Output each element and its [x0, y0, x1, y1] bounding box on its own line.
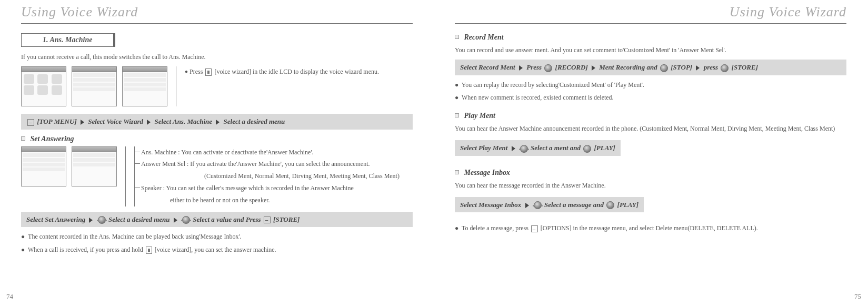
step1-p1: [TOP MENU]: [37, 117, 76, 125]
vertical-divider: [176, 66, 176, 106]
step-bar-record: Select Record Ment Press [RECORD] Ment R…: [455, 60, 846, 75]
square-bullet-icon: [455, 113, 459, 117]
arrow-icon: [592, 65, 595, 71]
stepR-p2b: [RECORD]: [555, 63, 588, 71]
lcd-thumb-menu2: [122, 66, 167, 106]
stepR-p3: Ment Recording and: [599, 63, 659, 71]
record-bullet-1: ● You can replay the record by selecting…: [455, 80, 846, 90]
arrow-icon: [147, 120, 151, 125]
inbox-bul-post: [OPTIONS] in the message menu, and selec…: [541, 224, 758, 232]
subheading-play-ment: Play Ment: [455, 112, 846, 120]
nav-key-icon: [520, 145, 528, 153]
lcd-thumb-set1: [21, 146, 66, 186]
set-answering-block: Ans. Machine : You can activate or deact…: [21, 146, 413, 206]
section-tab-ans-machine: 1. Ans. Machine: [21, 33, 115, 47]
ok-key-icon: [606, 201, 614, 209]
vertical-divider: [125, 146, 126, 206]
inbox-bullet: ● To delete a message, press [OPTIONS] i…: [455, 223, 846, 233]
press-note-post: [voice wizard] in the idle LCD to displa…: [214, 68, 379, 75]
square-bullet-icon: [455, 170, 459, 174]
stepP-p1: Select Play Ment: [460, 144, 507, 152]
press-note: ● Press [voice wizard] in the idle LCD t…: [185, 66, 379, 78]
subheading-text: Play Ment: [464, 112, 496, 120]
step1-p4: Select a desired menu: [224, 117, 285, 125]
arrow-icon: [174, 218, 177, 223]
bullet-content-1-text: The content recorded in the Ans. Machine…: [28, 233, 242, 240]
step2-p1: Select Set Answering: [26, 215, 85, 223]
page-number-left: 74: [6, 292, 13, 301]
record-bullet-2: ● When new comment is recored, existed c…: [455, 92, 846, 103]
stepR-p1: Select Record Ment: [460, 63, 515, 71]
nav-key-icon: [98, 216, 106, 224]
arrow-icon: [696, 65, 700, 71]
menu-key-icon: [27, 119, 34, 126]
step1-p2: Select Voice Wizard: [88, 117, 143, 125]
ok-key-icon: [721, 64, 729, 72]
record-bullet-2-text: When new comment is recored, existed com…: [462, 94, 614, 101]
stepP-p2b: [PLAY]: [594, 144, 615, 152]
tree-item-speaker-detail: either to be heard or not on the speaker…: [141, 194, 400, 206]
arrow-icon: [519, 65, 523, 71]
lcd-thumb-set2: [72, 146, 117, 186]
ok-key-icon: [583, 145, 591, 153]
step2-p3b: [STORE]: [273, 215, 300, 223]
square-bullet-icon: [455, 35, 459, 39]
stepI-p2b: [PLAY]: [617, 201, 638, 209]
play-desc: You can hear the Answer Machine announce…: [455, 123, 846, 134]
stepR-p3b: [STOP]: [671, 63, 692, 71]
stepR-p4: press: [704, 63, 720, 71]
subheading-text: Record Ment: [464, 33, 504, 41]
arrow-icon: [89, 218, 93, 223]
step2-p3: Select a value and Press: [193, 215, 263, 223]
voice-wizard-key-icon: [205, 68, 212, 76]
subheading-message-inbox: Message Inbox: [455, 169, 846, 177]
lcd-thumb-menu1: [72, 66, 117, 106]
tree-item-answer-ment-sel: Answer Ment Sel : If you activate the'An…: [141, 158, 400, 170]
options-key-icon: [531, 225, 538, 232]
step-bar-set-answering: Select Set Answering Select a desired me…: [21, 212, 413, 228]
ok-key-icon: [544, 64, 552, 72]
tree-list: Ans. Machine : You can activate or deact…: [134, 146, 400, 206]
page-number-right: 75: [854, 292, 861, 301]
arrow-icon: [512, 146, 515, 151]
bullet-2-post: [voice wizard], you can set the answer m…: [155, 246, 276, 253]
inbox-bul-pre: To delete a message, press: [462, 224, 530, 232]
stepP-p2: Select a ment and: [531, 144, 582, 152]
subheading-text: Message Inbox: [464, 169, 511, 176]
stepI-p2: Select a message and: [544, 201, 605, 209]
subheading-set-answering: Set Answering: [21, 135, 413, 143]
nav-key-icon: [534, 201, 542, 209]
bullet-2-pre: When a call is received, if you press an…: [28, 246, 143, 253]
stepR-p2: Press: [526, 63, 543, 71]
tree-item-speaker: Speaker : You can set the caller's messa…: [141, 182, 400, 194]
screenshot-row-1: ● Press [voice wizard] in the idle LCD t…: [21, 66, 413, 106]
stepI-p1: Select Message Inbox: [460, 201, 521, 209]
subheading-text: Set Answering: [31, 135, 74, 143]
inbox-desc: You can hear the message recorded in the…: [455, 180, 846, 191]
press-note-pre: Press: [189, 68, 204, 75]
step-bar-play: Select Play Ment Select a ment and [PLAY…: [455, 140, 621, 156]
subheading-record-ment: Record Ment: [455, 33, 846, 42]
tree-item-ans-machine: Ans. Machine : You can activate or deact…: [141, 146, 400, 159]
arrow-icon: [216, 120, 220, 125]
nav-key-icon: [182, 216, 190, 224]
step2-p2: Select a desired menu: [108, 215, 170, 223]
bullet-content-2: ● When a call is received, if you press …: [21, 244, 413, 255]
tree-item-answer-detail: (Customized Ment, Normal Ment, Dirving M…: [141, 170, 400, 182]
page-right: Using Voice Wizard Record Ment You can r…: [434, 0, 867, 305]
square-bullet-icon: [21, 136, 25, 141]
ok-key-icon: [660, 64, 668, 72]
step-bar-inbox: Select Message Inbox Select a message an…: [455, 197, 644, 213]
voice-wizard-key-icon: [146, 247, 152, 254]
page-left: Using Voice Wizard 1. Ans. Machine If yo…: [0, 0, 434, 305]
step1-p3: Select Ans. Machine: [154, 117, 212, 125]
step-bar-top-menu: [TOP MENU] Select Voice Wizard Select An…: [21, 114, 413, 130]
bullet-content-1: ● The content recorded in the Ans. Machi…: [21, 231, 413, 242]
page-title-right: Using Voice Wizard: [455, 0, 846, 24]
arrow-icon: [81, 120, 84, 125]
lcd-thumb-idle: [21, 66, 66, 106]
stepR-p4b: [STORE]: [732, 63, 758, 71]
page-title-left: Using Voice Wizard: [21, 0, 413, 24]
record-desc: You can record and use answer ment. And …: [455, 45, 846, 55]
arrow-icon: [525, 203, 529, 208]
